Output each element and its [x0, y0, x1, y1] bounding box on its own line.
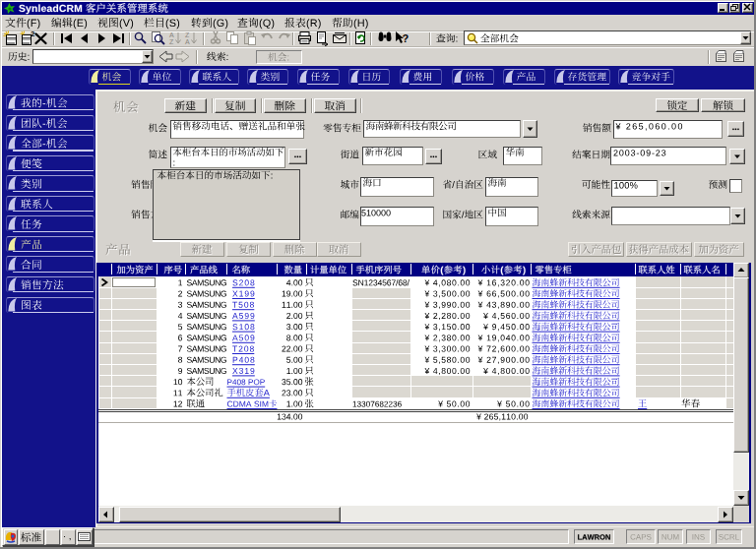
- svg-text:?: ?: [403, 32, 410, 44]
- svg-text:A: A: [185, 38, 190, 45]
- svg-text:Z: Z: [185, 31, 190, 38]
- svg-text:Z: Z: [169, 38, 174, 45]
- svg-text:A: A: [169, 31, 174, 38]
